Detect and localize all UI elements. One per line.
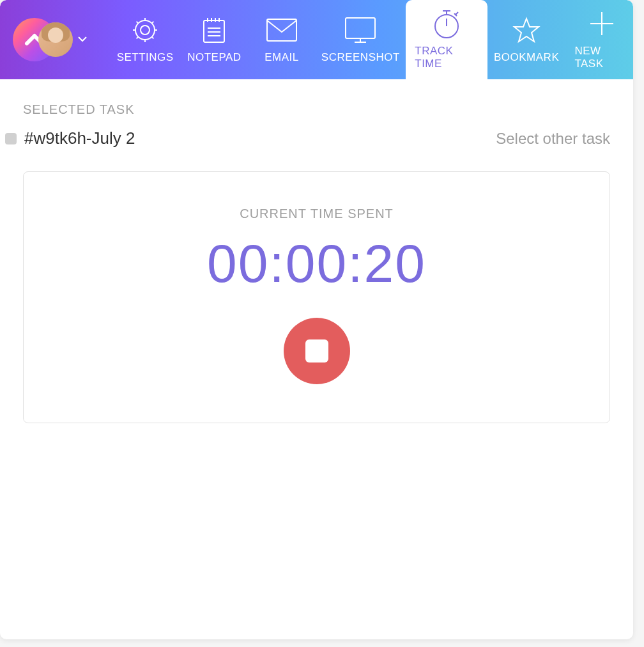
plus-icon — [589, 9, 615, 38]
timer-card: CURRENT TIME SPENT 00:00:20 — [23, 171, 610, 423]
stop-timer-button[interactable] — [284, 318, 350, 384]
tab-label: SETTINGS — [117, 51, 174, 64]
stopwatch-icon — [433, 9, 461, 38]
timer-label: CURRENT TIME SPENT — [240, 207, 394, 221]
chevron-down-icon[interactable] — [78, 34, 87, 45]
svg-line-8 — [137, 37, 139, 39]
stop-icon — [305, 339, 328, 362]
tab-label: TRACK TIME — [415, 45, 479, 70]
tab-label: NEW TASK — [574, 45, 628, 70]
svg-line-6 — [137, 22, 139, 24]
timer-value: 00:00:20 — [207, 233, 426, 295]
tab-track-time[interactable]: TRACK TIME — [406, 0, 487, 79]
tab-label: NOTEPAD — [187, 51, 241, 64]
task-status-checkbox[interactable] — [5, 133, 17, 144]
task-row: #w9tk6h-July 2 Select other task — [5, 129, 610, 148]
svg-rect-18 — [267, 19, 296, 41]
selected-task-label: SELECTED TASK — [23, 102, 610, 117]
svg-point-0 — [141, 26, 150, 35]
tab-bookmark[interactable]: BOOKMARK — [487, 0, 566, 79]
gear-icon — [130, 15, 160, 45]
star-icon — [512, 15, 540, 45]
app-window: SETTINGS NOTEPAD — [0, 0, 633, 639]
tabs: SETTINGS NOTEPAD — [110, 0, 633, 79]
header: SETTINGS NOTEPAD — [0, 0, 633, 79]
user-avatar[interactable] — [38, 22, 73, 57]
screenshot-icon — [344, 15, 376, 45]
notepad-icon — [201, 15, 227, 45]
email-icon — [266, 15, 298, 45]
tab-settings[interactable]: SETTINGS — [110, 0, 180, 79]
svg-line-9 — [152, 22, 154, 24]
logo-area — [0, 18, 100, 61]
tab-screenshot[interactable]: SCREENSHOT — [315, 0, 406, 79]
svg-rect-19 — [346, 18, 375, 38]
tab-label: SCREENSHOT — [321, 51, 400, 64]
tab-label: BOOKMARK — [494, 51, 559, 64]
task-info: #w9tk6h-July 2 — [5, 129, 135, 148]
tab-email[interactable]: EMAIL — [248, 0, 315, 79]
svg-point-1 — [135, 20, 155, 40]
content-area: SELECTED TASK #w9tk6h-July 2 Select othe… — [0, 79, 633, 446]
svg-line-7 — [152, 37, 154, 39]
tab-label: EMAIL — [264, 51, 299, 64]
select-other-task-link[interactable]: Select other task — [496, 130, 610, 148]
tab-new-task[interactable]: NEW TASK — [565, 0, 633, 79]
tab-notepad[interactable]: NOTEPAD — [180, 0, 248, 79]
task-title[interactable]: #w9tk6h-July 2 — [24, 129, 135, 148]
